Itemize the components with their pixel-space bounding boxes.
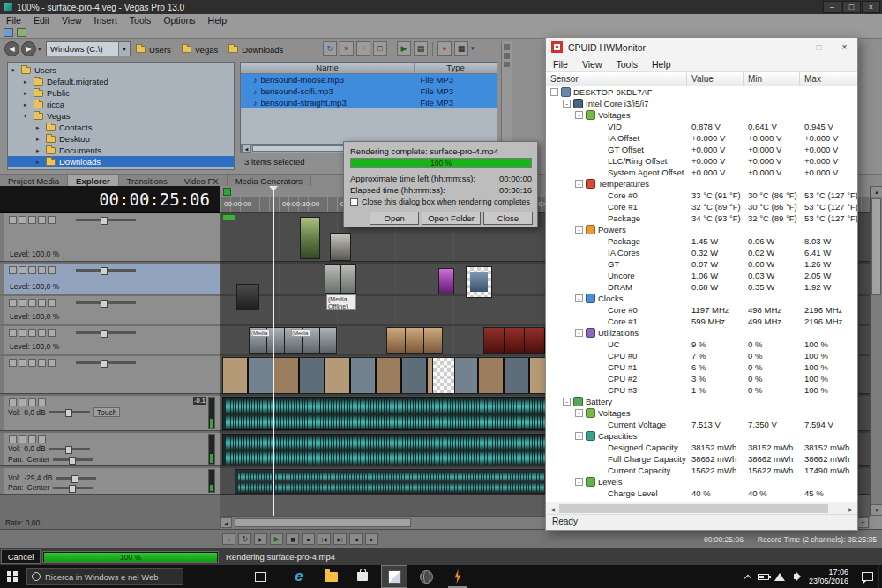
menu-item[interactable]: Edit [27, 15, 56, 26]
track-button[interactable] [48, 329, 56, 337]
track-grip[interactable] [0, 264, 4, 294]
sensor-row[interactable]: Temperatures [546, 178, 857, 190]
loop-playback-button[interactable] [238, 533, 251, 545]
sensor-row[interactable]: Charge Level 40 % 40 % 45 % [546, 488, 857, 499]
timeline-marker[interactable] [223, 188, 231, 196]
scrollbar-thumb[interactable] [252, 145, 358, 152]
dock-tab[interactable]: Project Media [0, 175, 68, 187]
audio-track-header-2[interactable]: Vol: 0,0 dB Pan: Center [0, 433, 220, 466]
go-to-end-button[interactable] [333, 533, 347, 545]
track-button[interactable] [38, 435, 46, 443]
network-tray-button[interactable] [772, 565, 788, 588]
timeline-vertical-scrollbar[interactable] [870, 186, 882, 516]
collapse-toggle-icon[interactable] [575, 478, 583, 486]
expander-icon[interactable] [24, 113, 33, 120]
sensor-row[interactable]: Core #1 32 °C (89 °F) 30 °C (86 °F) 53 °… [546, 201, 857, 212]
track-button[interactable] [9, 329, 17, 337]
hwmonitor-horizontal-scrollbar[interactable] [546, 502, 857, 514]
track-grip[interactable] [0, 433, 4, 465]
menu-item[interactable]: Tools [123, 15, 158, 26]
store-button[interactable] [349, 565, 376, 588]
track-button[interactable] [19, 359, 26, 367]
search-input[interactable] [45, 572, 176, 582]
tree-item[interactable]: Downloads [8, 156, 234, 167]
crumb-vegas[interactable]: Vegas [182, 45, 218, 55]
track-button[interactable] [38, 359, 46, 367]
sensor-row[interactable]: Battery [546, 396, 857, 407]
menu-item[interactable]: Tools [609, 59, 646, 70]
sensor-row[interactable]: System Agent Offset +0.000 V +0.000 V +0… [546, 167, 857, 178]
menu-item[interactable]: Insert [88, 15, 123, 26]
collapse-toggle-icon[interactable] [575, 432, 583, 440]
tree-item[interactable]: Desktop [8, 133, 234, 145]
dock-tab[interactable]: Transitions [119, 175, 176, 187]
dock-tab[interactable]: Media Generators [228, 175, 311, 187]
timecode-display[interactable]: 00:00:25:06 [0, 186, 220, 213]
expander-icon[interactable] [24, 78, 33, 86]
start-preview-icon[interactable] [397, 41, 411, 56]
close-button[interactable]: Close [483, 212, 533, 225]
delete-icon[interactable] [340, 41, 354, 56]
start-button[interactable] [0, 565, 25, 588]
level-fader[interactable] [76, 269, 136, 272]
maximize-icon[interactable] [842, 1, 861, 13]
track-button[interactable] [28, 329, 36, 337]
sensor-row[interactable]: Designed Capacity 38152 mWh 38152 mWh 38… [546, 442, 857, 453]
tree-item[interactable]: Vegas [8, 110, 234, 122]
cancel-button[interactable]: Cancel [1, 549, 41, 564]
open-folder-button[interactable]: Open Folder [422, 212, 481, 225]
close-icon[interactable] [862, 1, 880, 13]
track-button[interactable] [9, 435, 17, 443]
expander-icon[interactable] [24, 101, 33, 108]
globe-app-button[interactable] [413, 565, 439, 588]
menu-item[interactable]: Options [157, 15, 201, 26]
sensor-row[interactable]: Utilizations [546, 327, 857, 339]
sensor-row[interactable]: CPU #0 7 % 0 % 100 % [546, 350, 857, 361]
sensor-row[interactable]: Intel Core i3/i5/i7 [546, 98, 857, 109]
checkbox[interactable] [350, 198, 358, 206]
sensor-row[interactable]: Core #1 599 MHz 499 MHz 2196 MHz [546, 316, 857, 327]
address-dropdown[interactable]: Windows (C:\) [46, 41, 131, 56]
views-caret-icon[interactable] [471, 45, 475, 52]
track-button[interactable] [9, 216, 17, 224]
sensor-row[interactable]: Voltages [546, 109, 857, 121]
scrollbar-thumb[interactable] [235, 518, 411, 527]
views-icon[interactable] [454, 41, 468, 56]
sensor-row[interactable]: Full Charge Capacity 38662 mWh 38662 mWh… [546, 453, 857, 465]
next-frame-button[interactable] [365, 533, 378, 545]
expander-icon[interactable] [36, 136, 45, 143]
sensor-row[interactable]: Capacities [546, 430, 857, 442]
open-button[interactable]: Open [370, 212, 419, 225]
sensor-row[interactable]: CPU #2 3 % 0 % 100 % [546, 373, 857, 384]
audio-event[interactable] [222, 397, 550, 430]
track-grip[interactable] [0, 326, 4, 354]
track-button[interactable] [19, 266, 26, 274]
track-button[interactable] [48, 359, 56, 367]
track-button[interactable] [28, 435, 36, 443]
track-button[interactable] [38, 398, 46, 406]
scrollbar-thumb[interactable] [559, 504, 828, 513]
track-button[interactable] [19, 299, 26, 307]
hwmonitor-taskbar-button[interactable] [445, 565, 471, 588]
track-button[interactable] [28, 359, 36, 367]
tree-item[interactable]: Contacts [8, 122, 234, 133]
dock-tab[interactable]: Video FX [176, 175, 228, 187]
track-grip[interactable] [0, 468, 4, 494]
sensor-row[interactable]: Current Capacity 15622 mWh 15622 mWh 174… [546, 465, 857, 476]
crumb-users[interactable]: Users [136, 45, 171, 55]
refresh-icon[interactable] [323, 41, 337, 56]
volume-fader[interactable] [49, 411, 90, 413]
sensor-row[interactable]: Clocks [546, 293, 857, 304]
sensor-row[interactable]: CPU #1 6 % 0 % 100 % [546, 361, 857, 373]
automation-mode-dropdown[interactable]: Touch [93, 407, 121, 417]
new-folder-icon[interactable] [356, 41, 370, 56]
transparent-video-event[interactable] [432, 357, 455, 394]
level-fader[interactable] [76, 219, 136, 221]
file-row[interactable]: bensound-moose.mp3 File MP3 [241, 74, 497, 86]
close-icon[interactable] [832, 39, 857, 56]
hwmonitor-titlebar[interactable]: CPUID HWMonitor [546, 38, 857, 56]
zoom-in-icon[interactable] [857, 517, 869, 528]
vegas-titlebar[interactable]: 100% - surface-pro-4.veg - Vegas Pro 13.… [0, 0, 882, 14]
track-button[interactable] [48, 299, 56, 307]
audio-event[interactable] [235, 469, 550, 494]
